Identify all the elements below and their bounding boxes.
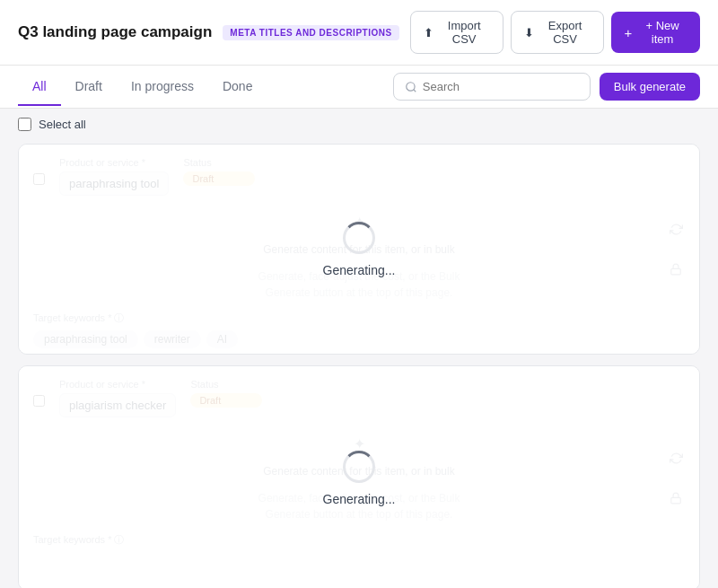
spinner-1 — [343, 222, 375, 254]
generating-overlay-1: Generating... — [19, 145, 699, 354]
page-title: Q3 landing page campaign — [18, 23, 212, 41]
select-bar: Select all — [0, 109, 718, 140]
select-all-label[interactable]: Select all — [39, 118, 86, 131]
generating-text-2: Generating... — [323, 492, 396, 506]
svg-line-1 — [413, 89, 416, 92]
tab-draft[interactable]: Draft — [61, 68, 117, 106]
tab-done[interactable]: Done — [208, 68, 267, 106]
search-box — [393, 73, 591, 101]
header-actions: ⬆ Import CSV ⬇ Export CSV + + New item — [410, 11, 700, 54]
download-icon: ⬇ — [524, 26, 534, 39]
export-csv-button[interactable]: ⬇ Export CSV — [511, 11, 605, 54]
import-label: Import CSV — [439, 19, 490, 46]
generating-overlay-2: Generating... — [19, 366, 699, 588]
header: Q3 landing page campaign META TITLES AND… — [0, 0, 718, 66]
tab-all[interactable]: All — [18, 68, 61, 106]
export-label: Export CSV — [539, 19, 591, 46]
search-icon — [405, 81, 417, 93]
toolbar: All Draft In progress Done Bulk generate — [0, 66, 718, 109]
tab-in-progress[interactable]: In progress — [117, 68, 208, 106]
svg-point-0 — [407, 82, 415, 90]
new-item-label: + New item — [637, 19, 687, 46]
card-2: Generating... Product or service * plagi… — [18, 365, 700, 588]
search-area: Bulk generate — [393, 66, 700, 108]
content: Generating... Product or service * parap… — [0, 140, 718, 588]
spinner-2 — [343, 451, 375, 483]
generating-text-1: Generating... — [323, 263, 396, 277]
card-1: Generating... Product or service * parap… — [18, 144, 700, 355]
upload-icon: ⬆ — [424, 26, 433, 39]
tabs: All Draft In progress Done — [18, 68, 267, 105]
import-csv-button[interactable]: ⬆ Import CSV — [410, 11, 503, 54]
new-item-button[interactable]: + + New item — [611, 12, 700, 53]
plus-icon: + — [624, 25, 632, 40]
select-all-checkbox[interactable] — [18, 118, 31, 131]
meta-badge: META TITLES AND DESCRIPTIONS — [223, 25, 398, 40]
search-input[interactable] — [423, 80, 579, 93]
bulk-generate-button[interactable]: Bulk generate — [600, 73, 700, 101]
